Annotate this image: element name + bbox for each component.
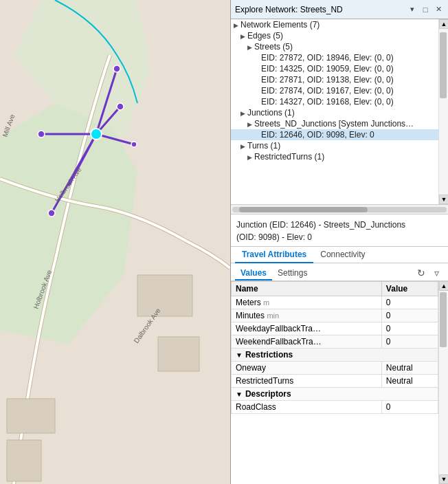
tree-arrow-icon: ▶ [247, 154, 254, 161]
table-wrapper: Name Value Meters m0Minutes min0WeekdayF… [231, 281, 448, 484]
tree-vscroll[interactable]: ▲ ▼ [438, 19, 448, 204]
tree-content: ▶Network Elements (7)▶Edges (5)▶Streets … [231, 19, 438, 204]
tree-scroll-down[interactable]: ▼ [439, 195, 448, 204]
tree-item[interactable]: EID: 27874, OID: 19167, Elev: (0, 0) [231, 85, 438, 96]
section-arrow-icon: ▼ [236, 351, 243, 359]
table-row: OnewayNeutral [232, 362, 438, 375]
tree-item[interactable]: ▶Edges (5) [231, 30, 438, 41]
explore-network-panel: Explore Network: Streets_ND ▾ □ ✕ ▶Netwo… [230, 0, 448, 484]
tree-item[interactable]: EID: 27871, OID: 19138, Elev: (0, 0) [231, 74, 438, 85]
table-scroll-up[interactable]: ▲ [439, 281, 448, 291]
table-row: WeekendFallbackTra…0 [232, 336, 438, 349]
table-scroll-track[interactable] [439, 291, 448, 474]
subtab-values[interactable]: Values [235, 267, 272, 280]
attr-name: RoadClass [232, 401, 382, 414]
attr-value: 0 [381, 401, 438, 414]
attr-name: Minutes [236, 311, 265, 320]
attr-value: 0 [381, 336, 438, 349]
info-line2: (OID: 9098) - Elev: 0 [236, 231, 443, 243]
tree-arrow-icon: ▶ [247, 121, 254, 128]
tree-item-label: Junctions (1) [247, 108, 295, 118]
tree-scroll-track[interactable] [439, 29, 448, 195]
tree-item-label: Streets_ND_Junctions [System Junctions… [254, 119, 414, 129]
tree-arrow-icon: ▶ [240, 33, 247, 40]
tree-item[interactable]: ▶Junctions (1) [231, 107, 438, 118]
tree-item-label: RestrictedTurns (1) [254, 152, 324, 162]
table-body: Meters m0Minutes min0WeekdayFallbackTra…… [232, 296, 438, 414]
svg-rect-6 [7, 440, 41, 481]
tree-arrow-icon: ▶ [240, 143, 247, 150]
table-scroll-thumb [440, 292, 447, 347]
tree-item-label: EID: 27872, OID: 18946, Elev: (0, 0) [261, 53, 394, 63]
tree-item[interactable]: ▶Streets (5) [231, 41, 438, 52]
attr-unit: m [263, 298, 269, 307]
attr-name: Oneway [232, 362, 382, 375]
tree-arrow-icon: ▶ [240, 110, 247, 117]
close-button[interactable]: ✕ [433, 4, 444, 15]
attr-unit: min [267, 311, 279, 320]
tree-arrow-icon: ▶ [234, 22, 240, 29]
tabs-row: Travel AttributesConnectivity [231, 247, 448, 263]
info-area: Junction (EID: 12646) - Streets_ND_Junct… [231, 214, 448, 247]
subtab-settings[interactable]: Settings [272, 267, 313, 280]
tree-wrapper: ▶Network Elements (7)▶Edges (5)▶Streets … [231, 19, 448, 205]
attr-value: Neutral [381, 362, 438, 375]
attr-name: WeekdayFallbackTra… [236, 324, 321, 333]
refresh-button[interactable]: ↻ [414, 265, 429, 280]
svg-rect-3 [137, 275, 192, 316]
section-label: Descriptors [245, 389, 291, 399]
attr-name: WeekendFallbackTra… [236, 337, 322, 346]
col-name-header: Name [232, 282, 382, 296]
attr-value: 0 [381, 322, 438, 336]
section-label: Restrictions [245, 350, 293, 360]
tree-item-label: Edges (5) [247, 31, 283, 41]
tree-item[interactable]: ▶Turns (1) [231, 140, 438, 151]
panel-header: Explore Network: Streets_ND ▾ □ ✕ [231, 0, 448, 19]
tree-item-label: Streets (5) [254, 42, 293, 52]
dropdown-button[interactable]: ▾ [407, 4, 418, 15]
tree-item[interactable]: EID: 27872, OID: 18946, Elev: (0, 0) [231, 52, 438, 63]
info-line1: Junction (EID: 12646) - Streets_ND_Junct… [236, 219, 443, 231]
filter-button[interactable]: ▿ [429, 265, 444, 280]
tree-arrow-icon: ▶ [247, 44, 254, 51]
table-row: RestrictedTurnsNeutral [232, 375, 438, 388]
tree-item[interactable]: ▶Streets_ND_Junctions [System Junctions… [231, 118, 438, 129]
panel-controls: ▾ □ ✕ [407, 4, 444, 15]
tree-item-label: Network Elements (7) [240, 20, 320, 30]
attr-value: 0 [381, 296, 438, 309]
attr-name: Meters [236, 298, 261, 307]
minimize-button[interactable]: □ [420, 4, 431, 15]
col-value-header: Value [381, 282, 438, 296]
tree-item[interactable]: ▶RestrictedTurns (1) [231, 151, 438, 162]
tree-item-label: EID: 14327, OID: 19168, Elev: (0, 0) [261, 97, 394, 107]
table-scroll-down[interactable]: ▼ [439, 474, 448, 484]
attr-name: RestrictedTurns [232, 375, 382, 388]
tree-hscroll-thumb [239, 207, 368, 212]
table-row: Minutes min0 [232, 309, 438, 322]
tree-hscroll[interactable] [231, 205, 448, 214]
tree-item-label: EID: 27874, OID: 19167, Elev: (0, 0) [261, 86, 394, 96]
svg-point-13 [91, 129, 102, 140]
subtabs-row: Values Settings ↻ ▿ [231, 263, 448, 281]
table-vscroll[interactable]: ▲ ▼ [438, 281, 448, 484]
tab-travel-attributes[interactable]: Travel Attributes [235, 247, 313, 263]
tree-scroll-up[interactable]: ▲ [439, 19, 448, 29]
attributes-table: Name Value Meters m0Minutes min0WeekdayF… [231, 281, 438, 414]
svg-point-17 [48, 210, 55, 217]
tree-item-label: EID: 12646, OID: 9098, Elev: 0 [261, 130, 374, 140]
tree-item[interactable]: EID: 14325, OID: 19059, Elev: (0, 0) [231, 63, 438, 74]
svg-point-15 [113, 65, 120, 72]
section-header-row[interactable]: ▼Restrictions [232, 349, 438, 362]
tree-item[interactable]: ▶Network Elements (7) [231, 19, 438, 30]
tree-item[interactable]: EID: 12646, OID: 9098, Elev: 0 [231, 129, 438, 140]
tree-item-label: EID: 14325, OID: 19059, Elev: (0, 0) [261, 64, 394, 74]
tree-item[interactable]: EID: 14327, OID: 19168, Elev: (0, 0) [231, 96, 438, 107]
tree-item-label: Turns (1) [247, 141, 280, 151]
attr-value: Neutral [381, 375, 438, 388]
tree-scroll-thumb [440, 32, 447, 98]
section-header-row[interactable]: ▼Descriptors [232, 388, 438, 401]
svg-rect-4 [158, 337, 199, 371]
table-row: RoadClass0 [232, 401, 438, 414]
attr-value: 0 [381, 309, 438, 322]
tab-connectivity[interactable]: Connectivity [313, 247, 372, 263]
